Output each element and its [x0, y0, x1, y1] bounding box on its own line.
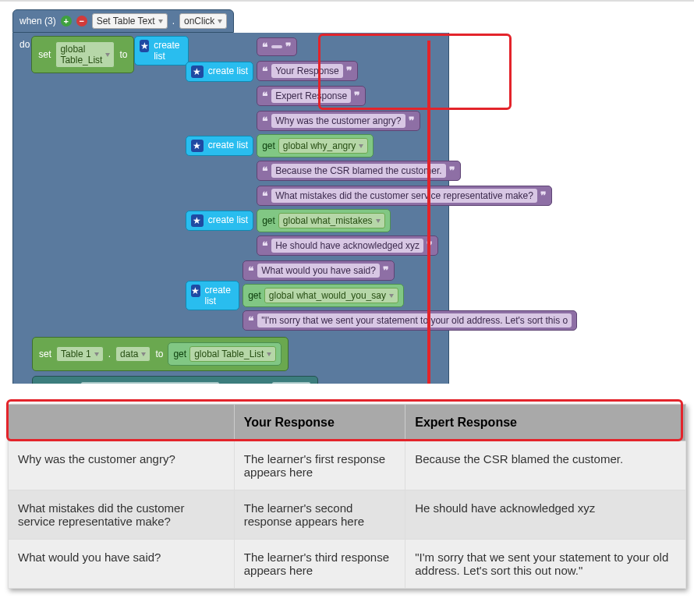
quote-open-icon: ❝ — [262, 165, 268, 177]
question-cell: Why was the customer angry? — [9, 441, 235, 490]
your-response-cell: The learner's second response appears he… — [234, 490, 405, 540]
text-value[interactable]: "I'm sorry that we sent your statement t… — [257, 313, 572, 327]
create-list-inner[interactable]: ★ create list — [186, 281, 239, 310]
table-row: What would you have said? The learner's … — [9, 540, 686, 589]
get-label: get — [262, 140, 275, 151]
set-property-block[interactable]: set Table 1 . data to get global Table_L… — [32, 337, 289, 371]
quote-open-icon: ❝ — [262, 41, 268, 53]
variable-dropdown[interactable]: global Table_List — [55, 41, 115, 68]
chevron-down-icon — [218, 19, 222, 23]
get-block[interactable]: get global why_angry — [257, 134, 374, 158]
chevron-down-icon — [94, 352, 99, 356]
do-label: do — [16, 36, 31, 50]
your-response-cell: The learner's third response appears her… — [234, 540, 405, 589]
event-dropdown-label: onClick — [184, 16, 214, 27]
to-label: to — [155, 349, 163, 359]
expert-response-cell: "I'm sorry that we sent your statement t… — [405, 540, 686, 589]
get-label: get — [262, 215, 275, 226]
minus-icon[interactable]: − — [76, 16, 87, 27]
text-value[interactable]: Your Response — [271, 64, 343, 78]
quote-close-icon: ❞ — [383, 264, 389, 277]
object-dropdown[interactable]: Set Table Text — [92, 13, 168, 29]
create-list-label: create list — [205, 285, 235, 306]
text-value[interactable]: Expert Response — [271, 89, 351, 103]
table-header: Your Response — [234, 405, 405, 441]
arrow-down-icon — [427, 41, 430, 384]
star-icon[interactable]: ★ — [191, 65, 204, 78]
table-row: What mistakes did the customer service r… — [9, 490, 686, 540]
text-value[interactable]: Why was the customer angry? — [271, 114, 405, 128]
variable-dropdown[interactable]: global what_would_you_say — [264, 288, 398, 303]
to-label: to — [119, 49, 127, 60]
variable-name: global what_would_you_say — [269, 290, 386, 301]
text-block[interactable]: ❝ What would you have said? ❞ — [243, 260, 395, 281]
set-variable-block[interactable]: set global Table_List to — [31, 36, 134, 73]
text-value[interactable]: He should have acknowledged xyz — [271, 239, 423, 253]
when-header[interactable]: when (3) + − Set Table Text . onClick — [12, 9, 234, 33]
quote-open-icon: ❝ — [248, 314, 254, 327]
dot-separator: . — [108, 349, 111, 359]
variable-name: global Table_List — [194, 349, 264, 359]
get-block[interactable]: get global what_mistakes — [257, 209, 390, 232]
text-block[interactable]: ❝ Your Response ❞ — [257, 61, 358, 81]
text-block[interactable]: ❝ ❞ — [257, 37, 297, 56]
result-table-container: Your Response Expert Response Why was th… — [8, 404, 686, 589]
variable-dropdown[interactable]: global Table_List — [189, 346, 276, 362]
layer-dropdown[interactable]: Layer to capture dynamic text — [80, 381, 220, 384]
object-name: Table 1 — [61, 349, 91, 359]
question-cell: What would you have said? — [9, 540, 235, 589]
expert-response-cell: Because the CSR blamed the customer. — [405, 441, 686, 490]
star-icon[interactable]: ★ — [140, 40, 149, 52]
text-block[interactable]: ❝ Expert Response ❞ — [257, 86, 366, 106]
text-value[interactable]: Because the CSR blamed the customer. — [271, 164, 445, 178]
plus-icon[interactable]: + — [61, 16, 72, 27]
quote-close-icon: ❞ — [354, 90, 360, 102]
set-label: set — [38, 49, 51, 60]
chevron-down-icon — [141, 352, 146, 356]
create-list-outer[interactable]: ★ create list — [134, 36, 188, 65]
variable-dropdown[interactable]: global why_angry — [278, 138, 368, 154]
variable-dropdown[interactable]: global what_mistakes — [278, 213, 385, 228]
text-block[interactable]: ❝ What mistakes did the customer service… — [257, 186, 552, 206]
get-block[interactable]: get global what_would_you_say — [243, 284, 404, 307]
when-label: when (3) — [19, 16, 56, 27]
variable-name: global Table_List — [60, 44, 102, 65]
when-body: do set global Table_List to ★ create lis… — [12, 33, 449, 384]
text-block[interactable]: ❝ "I'm sorry that we sent your statement… — [243, 310, 577, 331]
table-header — [9, 405, 235, 441]
get-label: get — [248, 290, 261, 301]
text-value[interactable] — [271, 45, 282, 48]
dot-separator: . — [172, 16, 175, 27]
text-value[interactable]: What mistakes did the customer service r… — [271, 189, 537, 203]
quote-open-icon: ❝ — [262, 90, 268, 102]
object-dropdown[interactable]: Table 1 — [56, 346, 104, 362]
chevron-down-icon — [389, 294, 394, 298]
event-dropdown[interactable]: onClick — [179, 13, 227, 29]
create-list-inner[interactable]: ★ create list — [186, 62, 253, 82]
text-value[interactable]: What would you have said? — [257, 264, 380, 278]
star-icon[interactable]: ★ — [191, 214, 204, 227]
property-dropdown[interactable]: data — [115, 346, 150, 362]
chevron-down-icon — [376, 219, 381, 223]
table-row: Why was the customer angry? The learner'… — [9, 441, 686, 490]
variable-name: global what_mistakes — [283, 215, 373, 226]
star-icon[interactable]: ★ — [191, 285, 200, 297]
effect-dropdown[interactable]: None — [271, 381, 311, 384]
chevron-down-icon — [105, 53, 110, 57]
create-list-label: create list — [208, 65, 248, 76]
text-block[interactable]: ❝ Why was the customer angry? ❞ — [257, 111, 420, 131]
create-list-label: create list — [208, 214, 248, 225]
table-header: Expert Response — [405, 405, 686, 441]
your-response-cell: The learner's first response appears her… — [234, 441, 405, 490]
create-list-inner[interactable]: ★ create list — [186, 136, 253, 156]
chevron-down-icon — [359, 144, 363, 148]
quote-close-icon: ❞ — [285, 41, 292, 53]
chevron-down-icon — [158, 19, 163, 23]
text-block[interactable]: ❝ He should have acknowledged xyz ❞ — [257, 235, 438, 256]
star-icon[interactable]: ★ — [191, 140, 204, 152]
quote-close-icon: ❞ — [449, 165, 455, 177]
create-list-inner[interactable]: ★ create list — [186, 211, 253, 231]
set-label: set — [39, 349, 51, 359]
hide-block[interactable]: hide Layer to capture dynamic text with … — [32, 376, 318, 384]
get-block[interactable]: get global Table_List — [168, 342, 281, 366]
